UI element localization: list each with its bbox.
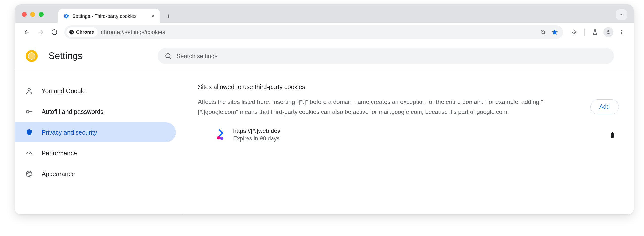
sidebar-item-label: Performance [42, 150, 77, 157]
delete-site-button[interactable] [607, 129, 618, 140]
reload-button[interactable] [48, 26, 60, 38]
bookmark-star-icon[interactable] [551, 28, 559, 36]
chrome-icon [69, 29, 74, 35]
main-panel: Sites allowed to use third-party cookies… [183, 71, 634, 214]
section-title: Sites allowed to use third-party cookies [198, 83, 619, 91]
zoom-icon[interactable] [539, 28, 547, 36]
svg-point-13 [30, 172, 30, 173]
back-button[interactable] [21, 26, 33, 38]
svg-point-5 [621, 30, 622, 31]
site-pattern: https://[*.]web.dev [233, 127, 280, 134]
sidebar-item-label: You and Google [42, 87, 86, 95]
sidebar-item-label: Privacy and security [42, 129, 97, 136]
settings-body: You and Google Autofill and passwords Pr… [15, 71, 634, 214]
browser-tab[interactable]: Settings - Third-party cookies [58, 9, 160, 23]
window-minimize-button[interactable] [30, 12, 35, 17]
svg-point-8 [166, 53, 170, 58]
url-text: chrome://settings/cookies [101, 29, 535, 35]
toolbar: Chrome chrome://settings/cookies [15, 23, 634, 41]
sidebar-item-performance[interactable]: Performance [15, 143, 176, 163]
new-tab-button[interactable] [163, 11, 174, 21]
tabs-area: Settings - Third-party cookies [58, 4, 174, 23]
page-title: Settings [48, 51, 82, 61]
section-header-row: Affects the sites listed here. Inserting… [198, 97, 619, 117]
settings-search[interactable]: Search settings [158, 48, 614, 64]
section-description: Affects the sites listed here. Inserting… [198, 97, 580, 117]
svg-point-4 [607, 30, 609, 32]
allowed-site-row: https://[*.]web.dev Expires in 90 days [198, 123, 619, 146]
svg-point-11 [28, 173, 28, 174]
labs-button[interactable] [589, 26, 601, 38]
sidebar-item-autofill[interactable]: Autofill and passwords [15, 102, 176, 121]
svg-point-6 [621, 32, 622, 33]
shield-icon [25, 129, 34, 136]
svg-point-2 [71, 31, 72, 33]
key-icon [25, 108, 34, 115]
search-placeholder: Search settings [176, 53, 217, 59]
tab-strip: Settings - Third-party cookies [15, 4, 634, 23]
window-maximize-button[interactable] [38, 12, 44, 17]
forward-button[interactable] [35, 26, 46, 38]
sidebar-item-label: Appearance [42, 170, 75, 177]
svg-point-12 [28, 172, 29, 173]
person-icon [25, 87, 34, 95]
palette-icon [25, 170, 34, 177]
separator [584, 28, 584, 36]
sidebar: You and Google Autofill and passwords Pr… [15, 71, 183, 214]
settings-gear-icon [63, 13, 69, 19]
sidebar-item-appearance[interactable]: Appearance [15, 164, 176, 184]
tab-search-button[interactable] [616, 9, 627, 20]
speedometer-icon [25, 149, 34, 157]
add-site-button[interactable]: Add [590, 100, 619, 114]
site-chip[interactable]: Chrome [66, 27, 98, 37]
sidebar-item-label: Autofill and passwords [42, 108, 104, 115]
chrome-menu-button[interactable] [616, 26, 628, 38]
site-favicon [215, 130, 226, 140]
window-controls [22, 12, 44, 17]
address-bar[interactable]: Chrome chrome://settings/cookies [64, 25, 563, 39]
window-close-button[interactable] [22, 12, 27, 17]
browser-window: Settings - Third-party cookies [15, 4, 634, 214]
svg-point-9 [28, 88, 30, 91]
site-expiry: Expires in 90 days [233, 135, 280, 142]
chrome-logo-icon [26, 50, 38, 62]
trash-icon [608, 131, 616, 138]
search-icon [164, 52, 172, 60]
svg-point-10 [26, 110, 29, 113]
site-chip-label: Chrome [76, 29, 94, 35]
extensions-button[interactable] [568, 26, 580, 38]
tab-close-button[interactable] [150, 13, 156, 19]
settings-header: Settings Search settings [15, 41, 634, 71]
sidebar-item-you-and-google[interactable]: You and Google [15, 81, 176, 101]
tab-title: Settings - Third-party cookies [72, 13, 146, 19]
profile-button[interactable] [604, 27, 613, 37]
settings-page: Settings Search settings You and Google [15, 41, 634, 214]
sidebar-item-privacy-security[interactable]: Privacy and security [15, 122, 176, 142]
svg-point-7 [621, 33, 622, 34]
